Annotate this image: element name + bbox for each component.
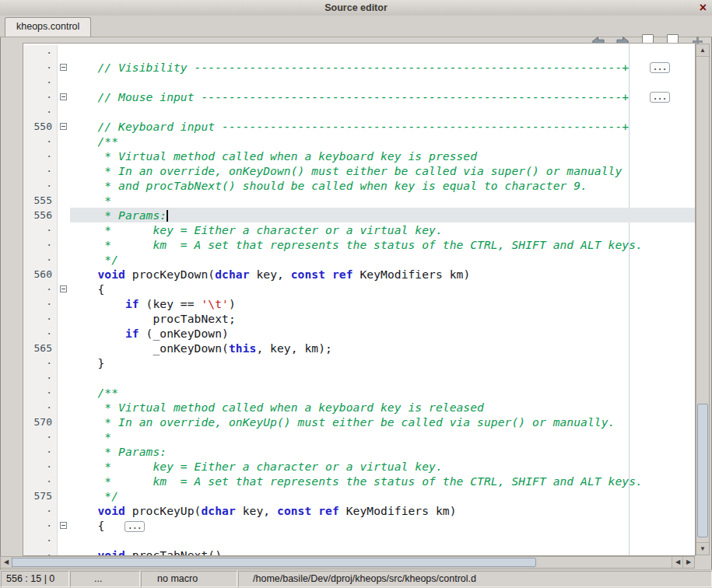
horizontal-scrollbar[interactable]: ◀ ◀ ▶ <box>0 556 695 569</box>
editor-line[interactable]: · { <box>23 282 695 296</box>
editor-line[interactable]: 570 * In an override, onKeyUp() must eit… <box>23 415 695 429</box>
editor-line[interactable]: · * key = Either a character or a virtua… <box>23 459 695 474</box>
fold-margin <box>58 45 70 60</box>
fold-margin <box>58 400 70 415</box>
fold-margin <box>58 89 70 104</box>
fold-margin <box>58 252 70 267</box>
window-close-button[interactable]: × <box>700 0 707 16</box>
fold-margin <box>58 548 70 555</box>
status-bar: 556 : 15 | 0 ... no macro /home/basile/D… <box>0 569 712 588</box>
line-number: · <box>23 326 58 341</box>
editor-line[interactable]: · if (key == '\t') <box>23 296 695 311</box>
fold-toggle-icon[interactable] <box>60 123 67 130</box>
scroll-up-button[interactable]: ▲ <box>696 44 709 57</box>
code-text <box>70 45 695 60</box>
editor-line[interactable]: · * key = Either a character or a virtua… <box>23 222 695 237</box>
code-text: * Params: <box>70 208 695 222</box>
line-number: · <box>23 533 58 548</box>
code-text: * Params: <box>70 444 695 459</box>
line-number: 555 <box>23 193 58 208</box>
editor-line[interactable]: 565 _onKeyDown(this, key, km); <box>23 341 695 355</box>
code-editor[interactable]: ·· // Visibility -----------------------… <box>23 44 695 555</box>
fold-toggle-icon[interactable] <box>60 93 67 100</box>
editor-line[interactable]: · /** <box>23 134 695 149</box>
fold-margin <box>58 518 70 533</box>
editor-line[interactable]: · <box>23 104 695 119</box>
fold-margin <box>58 208 70 222</box>
fold-toggle-icon[interactable] <box>60 285 67 292</box>
editor-line[interactable]: · * Params: <box>23 444 695 459</box>
code-text: { <box>70 282 695 296</box>
editor-line[interactable]: · // Mouse input -----------------------… <box>23 89 695 104</box>
editor-line[interactable]: · void procTabNext() <box>23 548 695 555</box>
fold-margin <box>58 429 70 444</box>
editor-line[interactable]: 575 */ <box>23 488 695 503</box>
code-text: // Keyboard input ----------------------… <box>70 119 695 134</box>
editor-line[interactable]: · */ <box>23 252 695 267</box>
editor-line[interactable]: · <box>23 370 695 385</box>
code-text: void procTabNext() <box>70 548 695 555</box>
line-number: · <box>23 459 58 474</box>
line-number: · <box>23 385 58 400</box>
editor-line[interactable]: · * km = A set that represents the statu… <box>23 474 695 488</box>
vertical-scrollbar[interactable]: ▲ ▼ <box>696 44 710 555</box>
horizontal-scroll-thumb[interactable] <box>12 558 536 567</box>
fold-toggle-icon[interactable] <box>60 522 67 529</box>
editor-line[interactable]: · * In an override, onKeyDown() must eit… <box>23 163 695 178</box>
code-text: } <box>70 355 695 370</box>
fold-margin <box>58 267 70 282</box>
editor-line[interactable]: 556 * Params: <box>23 208 695 222</box>
fold-margin <box>58 459 70 474</box>
editor-line[interactable]: · * km = A set that represents the statu… <box>23 237 695 252</box>
code-text <box>70 104 695 119</box>
editor-line[interactable]: · void procKeyUp(dchar key, const ref Ke… <box>23 503 695 518</box>
editor-line[interactable]: · * <box>23 429 695 444</box>
scroll-down-button[interactable]: ▼ <box>696 542 709 555</box>
line-number: 556 <box>23 208 58 222</box>
editor-line[interactable]: · /** <box>23 385 695 400</box>
line-number: 550 <box>23 119 58 134</box>
collapsed-fold-ellipsis[interactable]: ... <box>650 92 670 103</box>
editor-line[interactable]: · } <box>23 355 695 370</box>
scroll-right-button[interactable]: ▶ <box>682 557 694 568</box>
editor-line[interactable]: · {... <box>23 518 695 533</box>
code-text: * In an override, onKeyUp() must either … <box>70 415 695 429</box>
fold-margin <box>58 282 70 296</box>
fold-margin <box>58 326 70 341</box>
fold-margin <box>58 474 70 488</box>
code-text: * Virtual method called when a keyboard … <box>70 400 695 415</box>
editor-line[interactable]: · <box>23 533 695 548</box>
line-number: · <box>23 237 58 252</box>
fold-margin <box>58 104 70 119</box>
code-text: * and procTabNext() should be called whe… <box>70 178 695 193</box>
macro-status: no macro <box>141 571 237 587</box>
line-number: 575 <box>23 488 58 503</box>
collapsed-fold-ellipsis[interactable]: ... <box>125 521 145 532</box>
editor-line[interactable]: · * Virtual method called when a keyboar… <box>23 149 695 163</box>
scroll-left-button[interactable]: ◀ <box>1 557 12 568</box>
collapsed-fold-ellipsis[interactable]: ... <box>650 62 670 73</box>
editor-line[interactable]: · if (_onKeyDown) <box>23 326 695 341</box>
tab-kheops-control[interactable]: kheops.control <box>5 17 91 37</box>
code-text: * Virtual method called when a keyboard … <box>70 149 695 163</box>
editor-line[interactable]: · // Visibility ------------------------… <box>23 60 695 75</box>
fold-toggle-icon[interactable] <box>60 64 67 71</box>
editor-line[interactable]: · * and procTabNext() should be called w… <box>23 178 695 193</box>
scroll-left-button-2[interactable]: ◀ <box>672 557 683 568</box>
fold-margin <box>58 341 70 355</box>
code-text: void procKeyDown(dchar key, const ref Ke… <box>70 267 695 282</box>
editor-line[interactable]: 555 * <box>23 193 695 208</box>
editor-line[interactable]: 550 // Keyboard input ------------------… <box>23 119 695 134</box>
editor-line[interactable]: 560 void procKeyDown(dchar key, const re… <box>23 267 695 282</box>
editor-line[interactable]: · <box>23 45 695 60</box>
editor-line[interactable]: · <box>23 75 695 89</box>
line-number: · <box>23 45 58 60</box>
code-text: */ <box>70 488 695 503</box>
line-number: · <box>23 474 58 488</box>
vertical-scroll-thumb[interactable] <box>697 404 708 537</box>
line-number: · <box>23 429 58 444</box>
fold-margin <box>58 75 70 89</box>
code-text: _onKeyDown(this, key, km); <box>70 341 695 355</box>
editor-line[interactable]: · * Virtual method called when a keyboar… <box>23 400 695 415</box>
editor-line[interactable]: · procTabNext; <box>23 311 695 326</box>
